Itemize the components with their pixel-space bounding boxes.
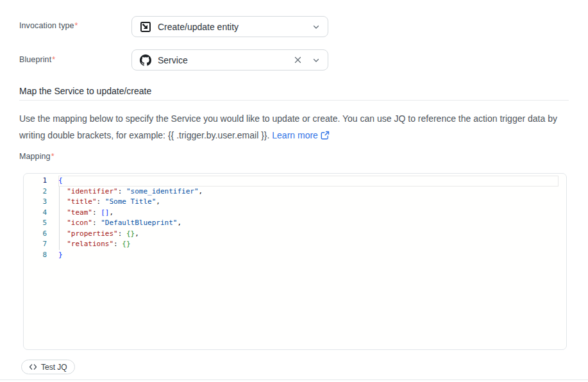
blueprint-select[interactable]: Service	[131, 49, 328, 71]
blueprint-label-text: Blueprint	[19, 55, 51, 64]
code-line[interactable]: "relations": {}	[58, 239, 566, 250]
code-token-p: :	[113, 240, 122, 248]
code-token-p: ,	[177, 219, 181, 227]
code-token-key: "identifier"	[67, 187, 117, 195]
invocation-type-label: Invocation type*	[19, 21, 78, 30]
line-number: 3	[24, 197, 58, 208]
mapping-label: Mapping*	[19, 152, 55, 161]
github-icon	[140, 54, 151, 66]
line-number: 7	[24, 239, 58, 250]
code-line[interactable]: "title": "Some Title",	[58, 197, 566, 208]
mapping-code-editor[interactable]: 12345678 { "identifier": "some_identifie…	[23, 173, 567, 350]
section-divider	[19, 100, 569, 101]
learn-more-link[interactable]: Learn more	[272, 130, 330, 140]
code-token-p	[58, 219, 67, 227]
required-asterisk: *	[52, 55, 55, 64]
chevron-down-icon[interactable]	[312, 56, 320, 64]
action-config-form: Invocation type* Create/update entity Bl…	[0, 0, 588, 382]
blueprint-value: Service	[158, 55, 292, 65]
code-line[interactable]: "icon": "DefaultBlueprint",	[58, 218, 566, 229]
learn-more-label: Learn more	[272, 130, 318, 140]
code-token-b1: []	[101, 208, 109, 217]
line-number: 6	[24, 229, 58, 240]
code-icon	[29, 363, 37, 370]
code-token-str: "some_identifier"	[126, 187, 199, 195]
code-token-p	[58, 197, 67, 206]
test-jq-button[interactable]: Test JQ	[21, 360, 75, 374]
code-token-p: :	[92, 219, 101, 227]
code-token-str: "DefaultBlueprint"	[101, 219, 177, 227]
line-number: 5	[24, 218, 58, 229]
line-number: 2	[24, 187, 58, 197]
entity-icon	[140, 21, 151, 33]
mapping-label-text: Mapping	[19, 152, 51, 161]
code-token-p: :	[92, 208, 101, 217]
editor-code[interactable]: { "identifier": "some_identifier", "titl…	[58, 174, 566, 349]
line-number: 4	[24, 208, 58, 219]
line-number: 1	[24, 176, 58, 187]
code-token-b2: {}	[126, 229, 135, 238]
bottom-divider	[0, 379, 588, 380]
section-description: Use the mapping below to specify the Ser…	[19, 110, 568, 144]
code-token-p	[58, 229, 67, 238]
line-number: 8	[24, 250, 58, 261]
code-token-p: ,	[156, 197, 160, 206]
code-token-p: ,	[199, 187, 203, 195]
section-title: Map the Service to update/create	[19, 86, 151, 96]
required-asterisk: *	[75, 21, 78, 30]
code-token-p	[58, 187, 67, 195]
code-token-p: :	[97, 197, 105, 206]
code-token-key: "relations"	[67, 240, 113, 248]
test-jq-label: Test JQ	[41, 363, 67, 372]
code-line[interactable]: }	[58, 250, 566, 261]
code-token-p: ,	[110, 208, 114, 217]
invocation-type-value: Create/update entity	[158, 22, 312, 32]
code-token-p: ,	[135, 229, 139, 238]
blueprint-label: Blueprint*	[19, 55, 55, 64]
code-token-key: "properties"	[67, 229, 117, 238]
code-token-key: "icon"	[67, 219, 92, 227]
clear-icon[interactable]	[292, 54, 303, 66]
invocation-type-select[interactable]: Create/update entity	[131, 16, 328, 37]
code-token-p: :	[118, 187, 126, 195]
code-token-b2: {}	[122, 240, 130, 248]
code-token-str: "Some Title"	[105, 197, 156, 206]
required-asterisk: *	[51, 152, 55, 161]
code-token-b1: {	[58, 176, 63, 185]
code-line[interactable]: {	[58, 176, 559, 187]
code-token-p	[58, 240, 67, 248]
code-token-p	[58, 208, 67, 217]
code-token-p: :	[118, 229, 126, 238]
external-link-icon	[321, 131, 330, 140]
code-token-b1: }	[58, 251, 63, 259]
editor-gutter: 12345678	[24, 174, 58, 349]
code-token-key: "title"	[67, 197, 96, 206]
code-token-key: "team"	[67, 208, 92, 217]
code-line[interactable]: "properties": {},	[58, 229, 566, 240]
code-line[interactable]: "team": [],	[58, 208, 566, 219]
chevron-down-icon[interactable]	[312, 23, 320, 31]
invocation-type-label-text: Invocation type	[19, 21, 74, 30]
code-line[interactable]: "identifier": "some_identifier",	[58, 187, 566, 197]
